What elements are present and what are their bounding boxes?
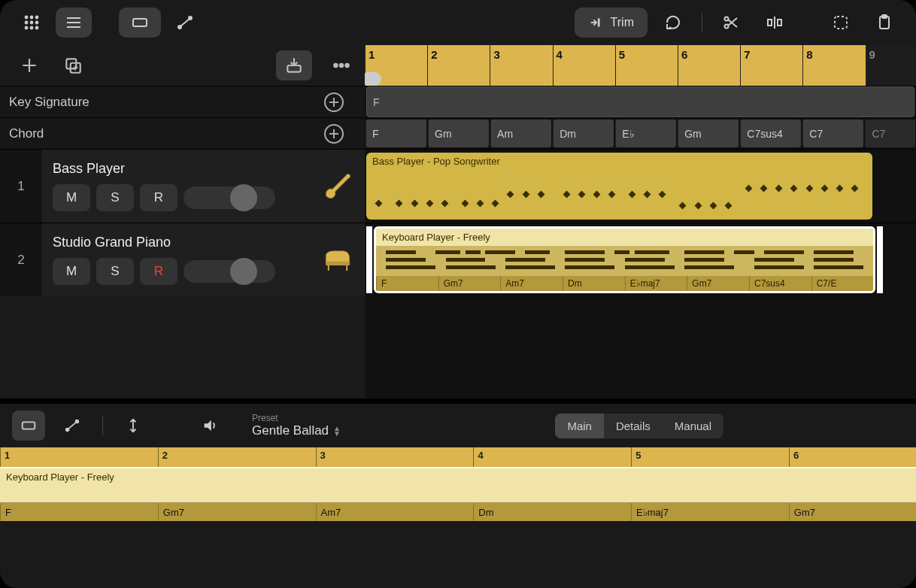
playhead-icon[interactable]	[365, 72, 381, 86]
trim-label: Trim	[611, 16, 634, 29]
region-chord-strip: F Gm7 Am7 Dm E♭maj7 Gm7 C7sus4 C7/E	[376, 276, 873, 291]
editor-region-label: Keyboard Player - Freely	[6, 471, 114, 483]
chord-label: Chord	[9, 126, 44, 141]
chord-cell[interactable]: C7	[802, 120, 863, 147]
solo-button[interactable]: S	[96, 184, 134, 211]
svg-line-20	[728, 18, 737, 26]
svg-point-36	[340, 64, 343, 67]
trim-button[interactable]: Trim	[575, 8, 648, 38]
marquee-button[interactable]	[823, 8, 859, 38]
svg-point-0	[26, 17, 28, 19]
bar-3[interactable]: 3	[490, 45, 552, 86]
preset-label: Preset	[252, 413, 341, 423]
editor-region[interactable]: Keyboard Player - Freely	[0, 467, 916, 503]
key-signature-row[interactable]: Key Signature	[0, 86, 365, 117]
editor-region-view-button[interactable]	[12, 411, 45, 441]
svg-point-7	[31, 27, 33, 29]
bounce-import-button[interactable]	[276, 50, 312, 80]
svg-marker-47	[205, 420, 211, 432]
chord-row[interactable]: Chord	[0, 117, 365, 149]
svg-point-2	[36, 17, 38, 19]
tab-manual[interactable]: Manual	[663, 414, 723, 438]
track-name: Bass Player	[53, 161, 311, 177]
scissors-button[interactable]	[713, 8, 749, 38]
add-track-button[interactable]	[15, 51, 44, 80]
chord-cell[interactable]: Dm	[553, 120, 614, 147]
split-button[interactable]	[757, 8, 793, 38]
duplicate-track-button[interactable]	[59, 51, 87, 80]
bar-6[interactable]: 6	[678, 45, 740, 86]
chord-cell[interactable]: Gm	[678, 120, 739, 147]
chord-cell[interactable]: C7	[865, 120, 915, 147]
svg-rect-41	[326, 261, 350, 265]
chord-track-lane[interactable]: F Gm Am Dm E♭ Gm C7sus4 C7 C7	[365, 118, 916, 149]
automation-mode-button[interactable]	[167, 8, 203, 38]
bar-5[interactable]: 5	[615, 45, 678, 86]
bar-4[interactable]: 4	[553, 45, 615, 86]
bar-7[interactable]: 7	[740, 45, 802, 86]
chord-cell[interactable]: F	[365, 120, 426, 147]
editor-bar-ruler[interactable]: 1 2 3 4 5 6	[0, 447, 916, 467]
volume-slider[interactable]	[184, 186, 275, 209]
preset-selector[interactable]: Gentle Ballad ▲▼	[252, 423, 341, 438]
svg-rect-22	[778, 20, 781, 26]
bass-region[interactable]: Bass Player - Pop Songwriter	[366, 153, 872, 220]
chord-cell[interactable]: Am	[490, 120, 551, 147]
svg-point-4	[31, 22, 33, 24]
solo-button[interactable]: S	[96, 258, 134, 285]
loop-button[interactable]	[655, 8, 691, 38]
chord-cell[interactable]: Gm	[428, 120, 489, 147]
editor-tabs: Main Details Manual	[555, 414, 723, 438]
key-signature-value: F	[373, 96, 380, 108]
svg-point-8	[36, 27, 38, 29]
svg-point-5	[36, 22, 38, 24]
svg-rect-42	[23, 422, 35, 429]
tab-details[interactable]: Details	[604, 414, 663, 438]
svg-point-6	[26, 27, 28, 29]
track-number: 2	[0, 223, 42, 296]
region-resize-handle-left[interactable]	[366, 226, 372, 293]
bar-9[interactable]: 9	[866, 45, 917, 86]
svg-point-1	[31, 17, 33, 19]
track-number: 1	[0, 150, 42, 223]
add-chord-button[interactable]	[324, 124, 344, 144]
track-2[interactable]: 2 Studio Grand Piano M S R	[0, 223, 365, 296]
list-view-button[interactable]	[56, 8, 92, 38]
record-enable-button[interactable]: R	[140, 184, 177, 211]
bar-8[interactable]: 8	[802, 45, 865, 86]
bar-2[interactable]: 2	[427, 45, 490, 86]
midi-preview	[366, 170, 872, 220]
svg-point-35	[334, 64, 337, 67]
chevron-updown-icon: ▲▼	[333, 426, 341, 436]
region-label: Keyboard Player - Freely	[376, 229, 873, 246]
region-resize-handle-right[interactable]	[877, 226, 883, 293]
more-button[interactable]	[327, 51, 356, 80]
bass-guitar-icon	[321, 170, 354, 203]
svg-rect-12	[133, 19, 147, 26]
svg-point-3	[26, 22, 28, 24]
svg-rect-21	[768, 20, 772, 26]
record-enable-button[interactable]: R	[140, 258, 177, 285]
chord-cell[interactable]: C7sus4	[740, 120, 801, 147]
key-signature-region[interactable]: F	[366, 86, 914, 117]
editor-zoom-button[interactable]	[117, 411, 150, 441]
bar-ruler[interactable]: 1 2 3 4 5 6 7 8 9	[365, 45, 916, 86]
region-mode-button[interactable]	[119, 8, 161, 38]
add-key-signature-button[interactable]	[324, 92, 344, 112]
tab-main[interactable]: Main	[555, 414, 604, 438]
chord-cell[interactable]: E♭	[615, 120, 676, 147]
keyboard-region[interactable]: Keyboard Player - Freely	[374, 226, 875, 293]
svg-point-38	[346, 174, 350, 177]
key-signature-label: Key Signature	[9, 95, 89, 110]
svg-rect-16	[597, 19, 599, 27]
grid-view-button[interactable]	[14, 8, 50, 38]
clipboard-button[interactable]	[866, 8, 902, 38]
editor-automation-view-button[interactable]	[56, 411, 89, 441]
volume-slider[interactable]	[184, 260, 275, 283]
track-1[interactable]: 1 Bass Player M S R	[0, 149, 365, 223]
mute-button[interactable]: M	[53, 258, 90, 285]
midi-preview	[376, 246, 873, 276]
speaker-icon[interactable]	[193, 411, 226, 441]
svg-line-15	[180, 19, 190, 26]
mute-button[interactable]: M	[53, 184, 90, 211]
